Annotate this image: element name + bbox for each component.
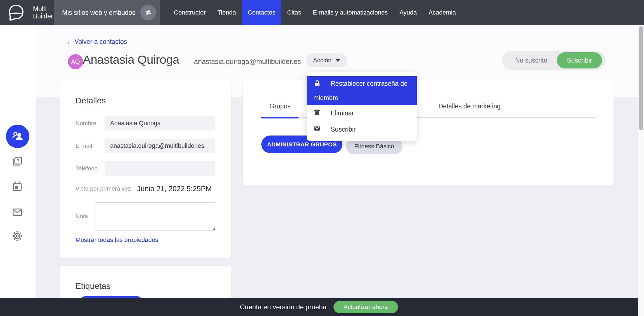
tags-card-title: Etiquetas [75,281,231,291]
sidebar-item-quizzes[interactable]: ? [11,155,23,168]
workspace-switcher[interactable]: Mis sitios web y embudos [54,0,160,25]
trash-icon [313,109,321,118]
nav-item-tienda[interactable]: Tienda [212,0,242,25]
action-dropdown-menu: Restablecer contraseña de miembro Elimin… [307,72,417,141]
nav-item-ayuda[interactable]: Ayuda [394,0,423,25]
left-sidebar: ? [0,25,36,316]
field-row-email: E-mail [75,139,215,153]
multibuilder-logo-icon [7,4,25,23]
field-label: Teléfono [75,165,105,172]
avatar: AQ [68,54,83,69]
workspace-label: Mis sitios web y embudos [62,9,135,16]
people-icon [11,130,24,143]
field-label: E-mail [75,142,105,149]
switch-site-button[interactable] [140,5,156,20]
subscription-status: No suscrito [515,57,547,64]
envelope-icon [313,125,321,134]
nav-item-contactos[interactable]: Contactos [242,0,281,25]
sidebar-item-mail[interactable] [11,206,23,218]
phone-field[interactable] [105,161,215,176]
details-card-title: Detalles [75,96,231,105]
trial-message: Cuenta en versión de prueba [240,303,326,311]
svg-text:?: ? [17,158,20,163]
field-label: Nombre [75,120,105,127]
nav-item-citas[interactable]: Citas [281,0,307,25]
lock-icon [313,79,321,91]
menu-item-label: Suscribir [331,126,356,133]
contact-name: Anastasia Quiroga [83,53,179,66]
field-row-telefono: Teléfono [75,161,215,176]
action-dropdown-button[interactable]: Acción [306,53,347,67]
group-chip-fitness-basico[interactable]: Fitness Básico [346,139,402,154]
email-field[interactable] [105,139,215,153]
contact-email: anastasia.quiroga@multibuilder.es [194,58,301,66]
first-seen-value: Junio 21, 2022 5:25PM [137,184,212,193]
subscription-toggle: No suscrito Suscribir [502,51,606,70]
main-nav: Constructor Tienda Contactos Citas E-mai… [168,0,462,25]
show-all-properties-link[interactable]: Mostrar todas las propiedades [75,236,158,244]
scrollbar [638,25,644,316]
gear-icon [11,230,23,242]
field-row-nombre: Nombre [75,116,215,130]
mail-icon [11,206,23,218]
field-row-first-seen: Visto por primera vez Junio 21, 2022 5:2… [75,184,215,193]
field-row-nota: Nota [75,202,215,231]
upgrade-now-button[interactable]: Actualizar ahora [333,301,398,313]
nav-item-academia[interactable]: Academia [423,0,462,25]
menu-item-delete[interactable]: Eliminar [307,105,417,121]
nav-item-emails[interactable]: E-mails y automatizaciones [307,0,394,25]
sidebar-item-contacts[interactable] [6,125,29,148]
scrollbar-thumb[interactable] [639,26,643,130]
trial-bar: Cuenta en versión de prueba Actualizar a… [0,298,638,316]
logo-line1: Multi [33,5,53,13]
field-label: Visto por primera vez [75,185,131,192]
groups-tabs-card: Grupos Detalles de marketing ADMINISTRAR… [243,80,614,186]
tab-detalles-marketing[interactable]: Detalles de marketing [430,80,508,117]
tab-grupos[interactable]: Grupos [261,80,299,117]
pages-question-icon: ? [11,155,23,168]
caret-down-icon [335,59,340,62]
calendar-icon [11,180,23,193]
menu-item-label: Eliminar [331,110,354,117]
top-navbar: Multi Builder Mis sitios web y embudos C… [0,0,644,25]
back-to-contacts-link[interactable]: ← Volver a contactos [66,38,127,46]
menu-item-label: Restablecer contraseña de miembro [313,80,408,101]
nav-item-constructor[interactable]: Constructor [168,0,212,25]
swap-arrows-icon [144,8,152,17]
sidebar-item-settings[interactable] [11,230,23,242]
avatar-initials: AQ [71,58,80,65]
menu-item-reset-password[interactable]: Restablecer contraseña de miembro [307,76,417,105]
name-field[interactable] [105,116,215,130]
logo-text: Multi Builder [33,5,53,20]
action-button-label: Acción [313,57,332,64]
subscribe-button[interactable]: Suscribir [557,52,602,68]
logo-line2: Builder [33,13,53,20]
menu-item-subscribe[interactable]: Suscribir [307,121,417,137]
note-field[interactable] [96,202,215,231]
details-card: Detalles Nombre E-mail Teléfono Visto po… [60,80,231,258]
field-label: Nota [75,213,96,220]
app-screen: Multi Builder Mis sitios web y embudos C… [0,0,644,316]
sidebar-item-calendar[interactable] [11,180,23,193]
